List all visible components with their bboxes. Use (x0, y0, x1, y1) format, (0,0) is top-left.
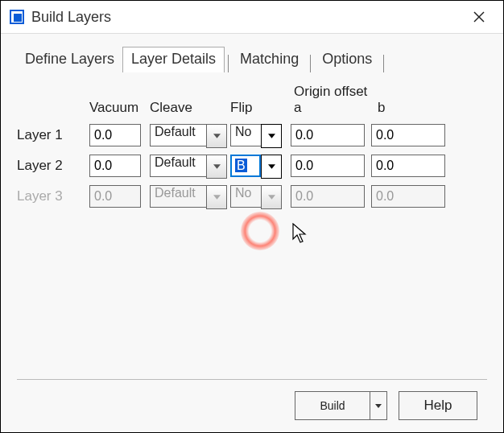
svg-marker-6 (213, 164, 221, 168)
build-button[interactable]: Build (295, 391, 370, 420)
header-offset-a: a (291, 100, 374, 116)
flip-select: No (230, 185, 261, 208)
offset-a-input[interactable] (291, 124, 365, 146)
svg-marker-10 (375, 404, 382, 408)
tab-strip: Define Layers Layer Details Matching Opt… (17, 47, 492, 72)
offset-a-input[interactable] (291, 155, 365, 177)
layer-row: Layer 3 Default No (17, 185, 492, 208)
chevron-down-icon (206, 185, 227, 209)
header-flip: Flip (230, 100, 291, 116)
build-dropdown[interactable] (370, 391, 387, 420)
offset-b-input[interactable] (371, 124, 445, 146)
svg-rect-1 (14, 14, 22, 22)
layer-row: Layer 2 Default B (17, 155, 492, 177)
layers-grid: Vacuum Cleave Flip Origin offset a b Lay… (17, 84, 492, 208)
tab-separator (383, 55, 384, 72)
tab-define-layers[interactable]: Define Layers (17, 47, 122, 72)
vacuum-input[interactable] (89, 124, 141, 146)
app-icon (9, 9, 25, 25)
header-vacuum: Vacuum (89, 100, 150, 116)
tab-separator (228, 55, 229, 72)
svg-marker-8 (213, 195, 221, 199)
layer-label: Layer 1 (17, 127, 89, 143)
vacuum-input (89, 185, 141, 208)
header-offset-b: b (374, 100, 458, 116)
svg-marker-9 (268, 195, 275, 199)
flip-select[interactable]: B (230, 155, 261, 177)
tab-options[interactable]: Options (314, 47, 380, 72)
chevron-down-icon[interactable] (206, 155, 227, 179)
titlebar: Build Layers (1, 1, 503, 34)
tab-separator (310, 55, 311, 72)
offset-b-input (371, 185, 445, 208)
header-origin-offset: Origin offset (294, 84, 458, 100)
flip-select[interactable]: No (230, 124, 261, 146)
close-button[interactable] (463, 1, 495, 33)
cleave-select[interactable]: Default (150, 124, 206, 146)
layer-row: Layer 1 Default No (17, 124, 492, 146)
vacuum-input[interactable] (89, 155, 141, 177)
layer-label: Layer 2 (17, 158, 89, 174)
svg-marker-7 (268, 164, 275, 168)
chevron-down-icon (261, 185, 282, 209)
header-cleave: Cleave (150, 100, 230, 116)
build-layers-window: Build Layers Define Layers Layer Details… (0, 0, 504, 433)
svg-marker-5 (268, 134, 275, 138)
cleave-select: Default (150, 185, 206, 208)
tab-layer-details[interactable]: Layer Details (122, 47, 225, 72)
build-split-button[interactable]: Build (295, 391, 387, 420)
help-button[interactable]: Help (399, 391, 477, 420)
offset-b-input[interactable] (371, 155, 445, 177)
button-bar: Build Help (12, 380, 492, 433)
window-title: Build Layers (31, 9, 111, 26)
svg-marker-4 (213, 134, 221, 138)
offset-a-input (291, 185, 365, 208)
layer-label: Layer 3 (17, 188, 89, 204)
chevron-down-icon[interactable] (206, 124, 227, 148)
cleave-select[interactable]: Default (150, 155, 206, 177)
chevron-down-icon[interactable] (261, 124, 282, 148)
chevron-down-icon[interactable] (261, 155, 282, 179)
tab-matching[interactable]: Matching (232, 47, 307, 72)
